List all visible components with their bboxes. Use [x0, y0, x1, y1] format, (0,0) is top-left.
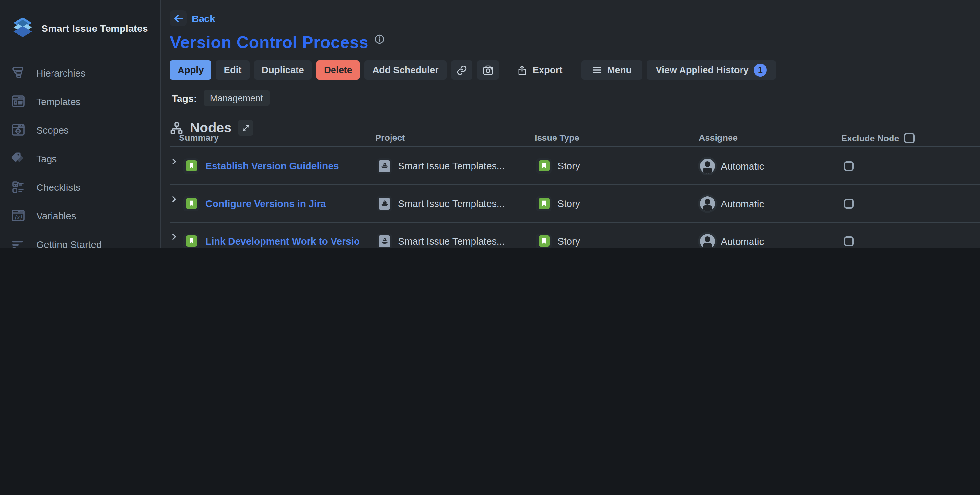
expand-row-chevron-icon[interactable]	[170, 232, 178, 241]
column-exclude-node: Exclude Node	[841, 133, 915, 144]
story-icon	[183, 196, 199, 211]
exclude-node-checkbox[interactable]	[844, 236, 854, 246]
table-row: Link Development Work to Versions Smart …	[170, 222, 980, 248]
history-count-badge: 1	[754, 64, 767, 77]
menu-label: Menu	[607, 65, 632, 75]
sidebar: Smart Issue Templates Hierarchies	[0, 0, 161, 248]
view-applied-history-button[interactable]: View Applied History 1	[646, 60, 776, 80]
issue-type-story-icon	[536, 233, 552, 248]
template-icon	[10, 93, 26, 109]
column-exclude-node-label: Exclude Node	[841, 133, 899, 143]
story-icon	[183, 233, 199, 248]
table-row: Establish Version Guidelines Smart Issue…	[170, 147, 980, 185]
sidebar-item-label: Checklists	[36, 181, 81, 192]
view-applied-history-label: View Applied History	[655, 65, 749, 75]
sidebar-item-tags[interactable]: Tags	[0, 144, 160, 172]
scope-icon	[10, 122, 26, 137]
app-title: Smart Issue Templates	[41, 22, 148, 34]
sidebar-item-label: Getting Started	[36, 238, 102, 248]
sidebar-item-getting-started[interactable]: Getting Started	[0, 230, 160, 248]
sidebar-item-label: Scopes	[36, 124, 69, 135]
export-label: Export	[533, 65, 563, 75]
story-icon	[183, 158, 199, 174]
checklist-icon	[10, 179, 26, 195]
project-avatar-icon	[377, 196, 392, 211]
tags-label: Tags:	[172, 93, 197, 104]
edit-button[interactable]: Edit	[216, 60, 250, 80]
issue-type-name: Story	[557, 235, 580, 246]
project-name: Smart Issue Templates...	[398, 235, 505, 246]
project-avatar-icon	[377, 233, 392, 248]
project-name: Smart Issue Templates...	[398, 198, 505, 209]
hierarchy-icon	[10, 65, 26, 80]
duplicate-button[interactable]: Duplicate	[254, 60, 312, 80]
project-name: Smart Issue Templates...	[398, 160, 505, 171]
exclude-node-checkbox[interactable]	[844, 198, 854, 208]
back-label: Back	[192, 13, 215, 24]
nodes-tree-icon	[170, 121, 183, 135]
sidebar-item-label: Hierarchies	[36, 67, 86, 78]
table-row: Configure Versions in Jira Smart Issue T…	[170, 185, 980, 222]
info-icon[interactable]	[374, 34, 385, 45]
expand-icon	[242, 124, 250, 132]
main-content: Back Version Control Process Apply Edit …	[161, 0, 980, 248]
project-avatar-icon	[377, 158, 392, 174]
assignee-name: Automatic	[721, 198, 764, 209]
link-icon	[456, 65, 467, 75]
camera-icon	[482, 64, 494, 76]
app-window: Smart Issue Templates Hierarchies	[0, 0, 980, 248]
sidebar-item-hierarchies[interactable]: Hierarchies	[0, 58, 160, 87]
assignee-avatar	[700, 196, 715, 211]
assignee-name: Automatic	[721, 160, 764, 171]
sidebar-item-templates[interactable]: Templates	[0, 87, 160, 115]
table-header: Summary Project Issue Type Assignee Excl…	[170, 133, 980, 147]
getting-started-icon	[10, 236, 26, 248]
sidebar-item-label: Templates	[36, 96, 81, 107]
hamburger-icon	[592, 65, 602, 75]
app-brand: Smart Issue Templates	[0, 0, 160, 47]
column-assignee: Assignee	[699, 133, 738, 143]
export-button[interactable]: Export	[509, 60, 570, 80]
assignee-name: Automatic	[721, 235, 764, 246]
sidebar-item-variables[interactable]: (x) Variables	[0, 201, 160, 230]
exclude-all-checkbox[interactable]	[905, 133, 915, 144]
apply-button[interactable]: Apply	[170, 60, 212, 80]
toolbar: Apply Edit Duplicate Delete Add Schedule…	[170, 60, 980, 80]
copy-link-button[interactable]	[451, 60, 473, 80]
menu-button[interactable]: Menu	[581, 60, 642, 80]
node-summary-link[interactable]: Configure Versions in Jira	[205, 198, 326, 209]
issue-type-name: Story	[557, 160, 580, 171]
expand-row-chevron-icon[interactable]	[170, 195, 178, 203]
svg-text:(x): (x)	[14, 214, 22, 220]
column-issue-type: Issue Type	[535, 133, 579, 143]
delete-button[interactable]: Delete	[316, 60, 360, 80]
expand-row-chevron-icon[interactable]	[170, 157, 178, 165]
sidebar-item-checklists[interactable]: Checklists	[0, 172, 160, 201]
back-arrow-icon	[170, 10, 187, 26]
exclude-node-checkbox[interactable]	[844, 161, 854, 171]
add-scheduler-button[interactable]: Add Scheduler	[364, 60, 447, 80]
issue-type-story-icon	[536, 196, 552, 211]
tag-chip: Management	[204, 90, 269, 106]
tags-icon	[10, 150, 26, 166]
app-logo-icon	[10, 16, 35, 40]
issue-type-story-icon	[536, 158, 552, 174]
sidebar-item-label: Tags	[36, 153, 57, 164]
back-button[interactable]: Back	[170, 10, 215, 26]
issue-type-name: Story	[557, 198, 580, 209]
page-title: Version Control Process	[170, 32, 369, 53]
nodes-table: Summary Project Issue Type Assignee Excl…	[170, 133, 980, 248]
sidebar-nav: Hierarchies Templates	[0, 58, 160, 248]
variables-icon: (x)	[10, 208, 26, 223]
snapshot-button[interactable]	[477, 60, 499, 80]
column-project: Project	[375, 133, 405, 143]
assignee-avatar	[700, 233, 715, 248]
sidebar-item-label: Variables	[36, 210, 76, 221]
column-summary: Summary	[179, 133, 219, 143]
assignee-avatar	[700, 158, 715, 173]
sidebar-item-scopes[interactable]: Scopes	[0, 115, 160, 144]
export-icon	[517, 65, 528, 75]
node-summary-link[interactable]: Link Development Work to Versions	[205, 235, 359, 246]
node-summary-link[interactable]: Establish Version Guidelines	[205, 160, 339, 171]
